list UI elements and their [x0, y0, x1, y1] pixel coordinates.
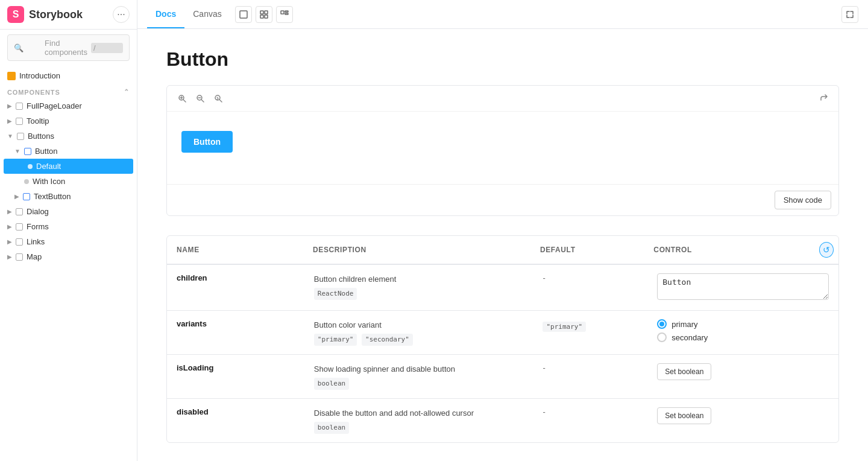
- sidebar-header: S Storybook ···: [0, 0, 137, 30]
- expand-icon: ▶: [7, 118, 12, 124]
- map-icon: [16, 253, 23, 261]
- sidebar-item-buttons[interactable]: ▼ Buttons: [0, 129, 137, 144]
- tooltip-icon: [16, 118, 23, 125]
- buttons-icon: [17, 133, 24, 140]
- props-table-header: Name Description Default Control ↺: [167, 236, 838, 265]
- topbar: Docs Canvas: [137, 0, 868, 29]
- prop-name-children: children: [177, 273, 314, 282]
- svg-line-16: [219, 100, 222, 102]
- expand-icon: ▶: [7, 208, 12, 215]
- table-row: isLoading Show loading spinner and disab…: [167, 355, 838, 399]
- sidebar-menu-button[interactable]: ···: [113, 6, 130, 23]
- sidebar-item-label: Buttons: [28, 132, 54, 141]
- sidebar-item-links[interactable]: ▶ Links: [0, 234, 137, 249]
- svg-rect-3: [260, 15, 263, 18]
- prop-desc-disabled: Disable the button and add not-allowed c…: [314, 407, 543, 434]
- svg-line-13: [201, 100, 204, 102]
- prop-control-isloading: Set boolean: [657, 363, 829, 380]
- sidebar-logo: S Storybook: [7, 6, 83, 23]
- preview-toolbar: [167, 86, 838, 112]
- radio-circle-primary: [657, 319, 667, 329]
- sidebar-item-fullpageloader[interactable]: ▶ FullPageLoader: [0, 98, 137, 113]
- with-icon-dot: [24, 179, 29, 184]
- sidebar: S Storybook ··· 🔍 Find components / Intr…: [0, 0, 137, 461]
- sidebar-item-label: Button: [35, 147, 58, 156]
- search-input-wrapper[interactable]: 🔍 Find components /: [7, 34, 130, 61]
- prop-name-disabled: disabled: [177, 407, 314, 416]
- reset-controls-area: ↺: [814, 236, 838, 264]
- tab-canvas[interactable]: Canvas: [184, 1, 230, 28]
- header-name: Name: [167, 240, 303, 260]
- svg-rect-0: [240, 11, 247, 18]
- preview-demo-button[interactable]: Button: [181, 131, 233, 153]
- radio-label-secondary: secondary: [671, 333, 708, 342]
- links-icon: [16, 238, 23, 246]
- expand-icon: ▶: [7, 103, 12, 109]
- reset-controls-button[interactable]: ↺: [819, 242, 834, 258]
- expand-icon: ▼: [14, 148, 20, 154]
- search-shortcut: /: [91, 43, 123, 53]
- expand-icon: ▶: [7, 253, 12, 260]
- preview-box: Button Show code: [166, 85, 839, 216]
- zoom-in-button[interactable]: [174, 91, 190, 106]
- sidebar-item-default[interactable]: Default: [4, 159, 133, 174]
- sidebar-item-label: With Icon: [33, 177, 65, 186]
- storybook-logo-icon: S: [7, 6, 24, 23]
- topbar-tabs: Docs Canvas: [147, 1, 293, 28]
- expand-button[interactable]: [841, 6, 858, 23]
- show-code-button[interactable]: Show code: [775, 191, 831, 209]
- sidebar-item-introduction[interactable]: Introduction: [0, 68, 137, 83]
- components-collapse-icon[interactable]: ⌃: [124, 88, 130, 96]
- prop-tag: ReactNode: [314, 288, 357, 300]
- introduction-icon: [7, 72, 16, 80]
- sidebar-item-textbutton[interactable]: ▶ TextButton: [0, 189, 137, 204]
- set-boolean-isloading-button[interactable]: Set boolean: [657, 363, 711, 380]
- prop-default-disabled: -: [542, 407, 657, 416]
- dialog-icon: [16, 208, 23, 215]
- props-table-container: Name Description Default Control ↺ child…: [166, 235, 839, 443]
- preview-toolbar-left: [174, 91, 226, 106]
- radio-option-primary[interactable]: primary: [657, 319, 829, 329]
- sidebar-item-label: Links: [27, 237, 45, 246]
- table-row: variants Button color variant "primary" …: [167, 311, 838, 355]
- content-area: Button: [137, 29, 868, 461]
- prop-tag-boolean: boolean: [314, 422, 349, 434]
- prop-desc-variants: Button color variant "primary" "secondar…: [314, 319, 543, 346]
- sidebar-item-forms[interactable]: ▶ Forms: [0, 219, 137, 234]
- sidebar-item-label: Forms: [27, 222, 49, 231]
- zoom-reset-button[interactable]: [210, 91, 226, 106]
- set-boolean-disabled-button[interactable]: Set boolean: [657, 407, 711, 424]
- radio-option-secondary[interactable]: secondary: [657, 332, 829, 342]
- prop-tag-secondary: "secondary": [362, 334, 413, 346]
- page-title: Button: [166, 48, 839, 71]
- prop-desc-children: Button children element ReactNode: [314, 273, 543, 300]
- sidebar-item-label: Map: [27, 252, 42, 261]
- sidebar-nav: Introduction COMPONENTS ⌃ ▶ FullPageLoad…: [0, 66, 137, 461]
- sidebar-item-with-icon[interactable]: With Icon: [0, 174, 137, 189]
- sidebar-item-map[interactable]: ▶ Map: [0, 249, 137, 264]
- zoom-out-button[interactable]: [192, 91, 208, 106]
- view-list-icon[interactable]: [276, 6, 293, 23]
- view-grid-icon[interactable]: [256, 6, 272, 23]
- svg-rect-6: [285, 11, 288, 12]
- prop-default-children: -: [542, 273, 657, 282]
- view-single-icon[interactable]: [235, 6, 252, 23]
- children-textarea[interactable]: Button: [657, 273, 829, 300]
- svg-rect-2: [265, 11, 268, 14]
- sidebar-item-label: Tooltip: [27, 116, 49, 126]
- svg-rect-4: [265, 15, 268, 18]
- sidebar-item-button[interactable]: ▼ Button: [0, 144, 137, 159]
- prop-default-isloading: -: [542, 363, 657, 372]
- expand-icon: ▶: [7, 223, 12, 230]
- prop-desc-isloading: Show loading spinner and disable button …: [314, 363, 543, 390]
- forms-icon: [16, 223, 23, 230]
- header-control: Control: [644, 240, 814, 260]
- sidebar-item-tooltip[interactable]: ▶ Tooltip: [0, 113, 137, 129]
- expand-icon: ▼: [7, 133, 13, 139]
- sidebar-item-dialog[interactable]: ▶ Dialog: [0, 204, 137, 219]
- tab-docs[interactable]: Docs: [147, 1, 184, 28]
- svg-line-9: [183, 100, 186, 102]
- sidebar-search-area: 🔍 Find components /: [0, 30, 137, 66]
- topbar-view-icons: [235, 6, 293, 23]
- share-button[interactable]: [816, 91, 831, 106]
